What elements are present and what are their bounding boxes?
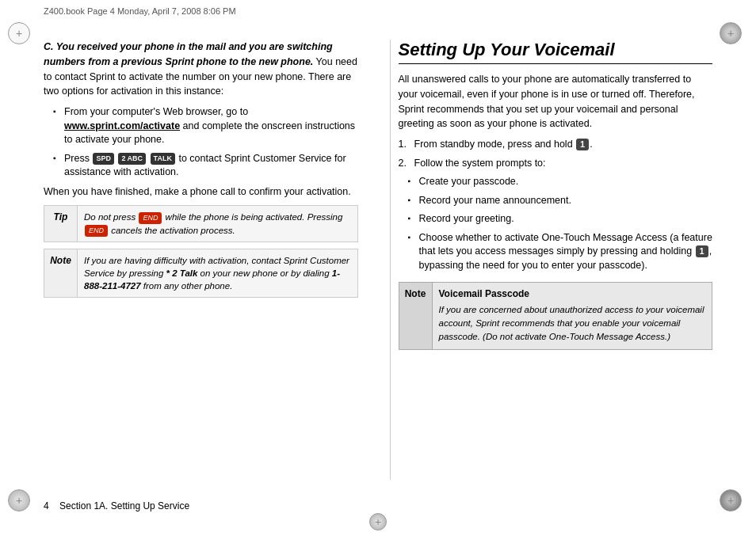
tip-box: Tip Do not press END while the phone is …: [44, 205, 358, 242]
talk-key-icon: TALK: [151, 153, 175, 165]
note-label-left: Note: [44, 249, 78, 297]
note-content-left: If you are having difficulty with activa…: [78, 249, 357, 297]
step-2-num: 2.: [399, 157, 414, 171]
corner-br: [720, 489, 748, 518]
abc-key-icon: 2 ABC: [118, 153, 146, 165]
left-column: C. You received your phone in the mail a…: [44, 40, 366, 480]
sub-bullet-1: Create your passcode.: [408, 175, 713, 189]
step-1-num: 1.: [399, 138, 414, 152]
bullet-1: From your computer's Web browser, go to …: [53, 105, 358, 147]
note-box-right: Note Voicemail Passcode If you are conce…: [399, 282, 713, 350]
content-area: C. You received your phone in the mail a…: [0, 0, 756, 511]
left-intro: C. You received your phone in the mail a…: [44, 40, 358, 99]
note-box-left: Note If you are having difficulty with a…: [44, 249, 358, 298]
sub-bullet-list: Create your passcode. Record your name a…: [408, 175, 713, 272]
header-text: Z400.book Page 4 Monday, April 7, 2008 8…: [44, 6, 236, 16]
section-title: Setting Up Your Voicemail: [399, 40, 713, 64]
footer-section: Section 1A. Setting Up Service: [59, 500, 189, 511]
tip-label: Tip: [44, 206, 78, 241]
one-key-icon-2: 1: [696, 245, 708, 257]
intro-bold: C. You received your phone in the mail a…: [44, 41, 333, 67]
one-key-icon: 1: [576, 139, 589, 150]
numbered-list: 1. From standby mode, press and hold 1. …: [399, 138, 713, 170]
corner-bl: [8, 489, 36, 518]
sub-bullet-2-text: Record your name announcement.: [419, 195, 571, 206]
voicemail-intro: All unanswered calls to your phone are a…: [399, 72, 713, 131]
corner-circle-tl: [8, 22, 30, 44]
bullet-2-press: Press: [64, 153, 92, 164]
bullet-2: Press SPD 2 ABC TALK to contact Sprint C…: [53, 152, 358, 180]
closing-text: When you have finished, make a phone cal…: [44, 184, 358, 200]
page: Z400.book Page 4 Monday, April 7, 2008 8…: [0, 0, 756, 540]
corner-tl: [8, 22, 36, 51]
corner-circle-br: [720, 489, 742, 511]
sub-bullet-2: Record your name announcement.: [408, 194, 713, 208]
note-text-right: If you are concerned about unauthorized …: [439, 303, 706, 344]
bullet-1-before: From your computer's Web browser, go to: [64, 106, 248, 117]
footer: 4 Section 1A. Setting Up Service: [44, 500, 189, 511]
step-2: 2. Follow the system prompts to:: [399, 157, 713, 171]
sub-bullet-3: Record your greeting.: [408, 212, 713, 226]
tip-content: Do not press END while the phone is bein…: [78, 206, 357, 241]
end-key-tip2: END: [85, 225, 108, 237]
step-1: 1. From standby mode, press and hold 1.: [399, 138, 713, 152]
header-bar: Z400.book Page 4 Monday, April 7, 2008 8…: [44, 6, 236, 16]
right-column: Setting Up Your Voicemail All unanswered…: [390, 40, 713, 480]
end-key-tip: END: [139, 212, 162, 224]
bottom-center-circle: [369, 513, 387, 530]
footer-page-num: 4: [44, 500, 49, 511]
step-1-content: From standby mode, press and hold 1.: [414, 138, 713, 152]
corner-circle-bl: [8, 489, 30, 511]
sub-bullet-4: Choose whether to activate One-Touch Mes…: [408, 231, 713, 273]
note-label-right: Note: [399, 283, 433, 349]
corner-tr: [720, 22, 748, 51]
corner-circle-tr: [720, 22, 742, 44]
sub-bullet-4-text: Choose whether to activate One-Touch Mes…: [419, 232, 712, 271]
spd-key-icon: SPD: [93, 153, 114, 165]
note-content-right: Voicemail Passcode If you are concerned …: [433, 283, 712, 349]
sub-bullet-3-text: Record your greeting.: [419, 213, 514, 224]
bottom-circle: [369, 513, 387, 530]
bullet-list: From your computer's Web browser, go to …: [53, 105, 358, 180]
note-title-right: Voicemail Passcode: [439, 287, 706, 301]
sub-bullet-1-text: Create your passcode.: [419, 176, 519, 187]
step-2-content: Follow the system prompts to:: [414, 157, 713, 171]
sprint-link: www.sprint.com/activate: [64, 120, 180, 131]
